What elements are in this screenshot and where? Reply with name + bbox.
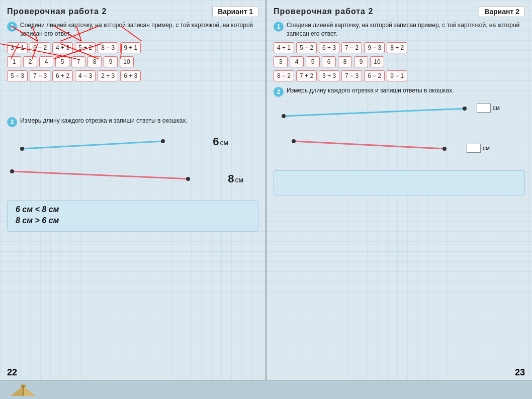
task2-left-header: 2 Измерь длину каждого отрезка и запиши … xyxy=(7,117,258,127)
card-r-8plus2: 8 + 2 xyxy=(387,42,407,53)
card-r-6plus3: 6 + 3 xyxy=(319,42,339,53)
svg-line-18 xyxy=(284,109,465,116)
page-left-header: Проверочная работа 2 Вариант 1 xyxy=(7,6,258,17)
page-left-title: Проверочная работа 2 xyxy=(7,7,107,16)
seg2-cm-label: см xyxy=(483,145,490,152)
card-4minus3: 4 − 3 xyxy=(75,70,96,81)
bottom-bar xyxy=(0,380,532,399)
card-r-6minus2: 6 − 2 xyxy=(364,70,385,81)
task1-right-text: Соедини линией карточку, на которой запи… xyxy=(287,21,525,38)
card-ans-4: 4 xyxy=(39,56,53,67)
comparison-box-right xyxy=(274,170,525,195)
task1-right-row1: 4 + 1 5 − 2 6 + 3 7 − 2 9 − 3 8 + 2 xyxy=(274,42,525,53)
task2-left-text: Измерь длину каждого отрезка и запиши от… xyxy=(20,117,188,125)
svg-point-20 xyxy=(463,107,467,111)
svg-point-19 xyxy=(282,114,286,118)
segment2-value: 8 xyxy=(228,172,234,185)
card-3plus1: 3 + 1 xyxy=(7,42,28,53)
card-4plus3: 4 + 3 xyxy=(52,42,73,53)
comparison-line1: 6 см < 8 см xyxy=(16,205,250,214)
segment1-value: 6 xyxy=(213,135,219,148)
card-r-9minus3: 9 − 3 xyxy=(364,42,385,53)
task2-right-segments: см см xyxy=(274,101,525,166)
page-left-variant: Вариант 1 xyxy=(212,6,258,17)
task2-left-segments: 6 см 8 см xyxy=(7,131,258,196)
task1-right-row2: 3 4 5 6 8 9 10 xyxy=(274,56,525,67)
task1-left-header: 1 Соедини линией карточку, на которой за… xyxy=(7,21,258,38)
card-r-7minus3: 7 − 3 xyxy=(341,70,362,81)
pages-container: Проверочная работа 2 Вариант 1 1 Соедини… xyxy=(0,0,532,380)
card-ans-9: 9 xyxy=(104,56,118,67)
comparison-box-left: 6 см < 8 см 8 см > 6 см xyxy=(7,201,258,232)
task2-left-num: 2 xyxy=(7,117,17,127)
task2-right-header: 2 Измерь длину каждого отрезка и запиши … xyxy=(274,86,525,97)
task1-left: 1 Соедини линией карточку, на которой за… xyxy=(7,21,258,81)
page-num-right: 23 xyxy=(515,367,525,378)
segment1-cm: см xyxy=(220,139,228,147)
card-5minus3: 5 − 3 xyxy=(7,70,28,81)
seg1-cm-label: см xyxy=(493,105,500,112)
svg-line-15 xyxy=(12,171,188,179)
card-7minus3: 7 − 3 xyxy=(30,70,50,81)
svg-point-23 xyxy=(442,147,447,151)
task1-left-row1: 3 + 1 6 − 2 4 + 3 5 + 2 8 − 3 9 + 1 xyxy=(7,42,258,53)
card-5plus2: 5 + 2 xyxy=(75,42,96,53)
card-r-4plus1: 4 + 1 xyxy=(274,42,294,53)
card-6plus3: 6 + 3 xyxy=(120,70,141,81)
task2-right-num: 2 xyxy=(274,87,284,97)
card-r-ans-10: 10 xyxy=(370,56,384,67)
card-ans-7: 7 xyxy=(71,56,85,67)
svg-marker-24 xyxy=(11,386,23,396)
page-right: Проверочная работа 2 Вариант 2 1 Соедини… xyxy=(267,0,532,380)
svg-point-17 xyxy=(186,177,190,181)
task1-left-text: Соедини линией карточку, на которой запи… xyxy=(20,21,258,38)
card-r-ans-3: 3 xyxy=(274,56,288,67)
card-r-5minus2: 5 − 2 xyxy=(296,42,317,53)
task2-right-text: Измерь длину каждого отрезка и запиши от… xyxy=(287,86,454,95)
svg-marker-25 xyxy=(23,386,36,396)
task1-left-num: 1 xyxy=(7,22,17,32)
card-r-ans-8: 8 xyxy=(338,56,352,67)
page-num-left: 22 xyxy=(7,367,17,378)
answer-box-1[interactable] xyxy=(477,104,491,113)
segment2-cm: см xyxy=(235,176,243,184)
book-icon-area xyxy=(8,382,38,398)
card-r-8minus2: 8 − 2 xyxy=(274,70,294,81)
task1-right: 1 Соедини линией карточку, на которой за… xyxy=(274,21,525,81)
card-r-ans-5: 5 xyxy=(306,56,320,67)
card-r-7plus2: 7 + 2 xyxy=(296,70,317,81)
task1-right-row3: 8 − 2 7 + 2 3 + 3 7 − 3 6 − 2 9 − 1 xyxy=(274,70,525,81)
card-6plus2: 6 + 2 xyxy=(52,70,73,81)
page-left: Проверочная работа 2 Вариант 1 1 Соедини… xyxy=(0,0,267,380)
card-ans-1: 1 xyxy=(7,56,21,67)
task1-right-num: 1 xyxy=(274,22,284,32)
svg-point-16 xyxy=(10,169,14,173)
card-8minus3: 8 − 3 xyxy=(98,42,118,53)
card-2plus3: 2 + 3 xyxy=(98,70,118,81)
task1-left-answers-section: 1 2 4 5 7 8 9 10 xyxy=(7,56,258,67)
svg-point-13 xyxy=(20,147,24,151)
segment2-answer-box: см xyxy=(467,144,490,153)
segment2-label: 8 см xyxy=(228,172,243,185)
task2-right: 2 Измерь длину каждого отрезка и запиши … xyxy=(274,86,525,195)
card-r-7minus2: 7 − 2 xyxy=(341,42,362,53)
svg-point-14 xyxy=(161,139,165,143)
card-9plus1: 9 + 1 xyxy=(120,42,141,53)
page-right-variant: Вариант 2 xyxy=(479,6,525,17)
card-r-9minus1: 9 − 1 xyxy=(387,70,407,81)
book-svg xyxy=(8,382,38,398)
page-right-header: Проверочная работа 2 Вариант 2 xyxy=(274,6,525,17)
svg-point-22 xyxy=(292,139,296,143)
task2-left: 2 Измерь длину каждого отрезка и запиши … xyxy=(7,117,258,232)
comparison-line2: 8 см > 6 см xyxy=(16,216,250,225)
svg-line-21 xyxy=(294,141,445,149)
card-ans-8: 8 xyxy=(87,56,102,67)
answer-box-2[interactable] xyxy=(467,144,481,153)
card-r-ans-9: 9 xyxy=(354,56,368,67)
svg-line-12 xyxy=(22,141,163,149)
card-r-ans-6: 6 xyxy=(322,56,336,67)
card-r-ans-4: 4 xyxy=(290,56,304,67)
task1-left-row3: 5 − 3 7 − 3 6 + 2 4 − 3 2 + 3 6 + 3 xyxy=(7,70,258,81)
card-ans-5: 5 xyxy=(55,56,69,67)
task1-right-header: 1 Соедини линией карточку, на которой за… xyxy=(274,21,525,38)
